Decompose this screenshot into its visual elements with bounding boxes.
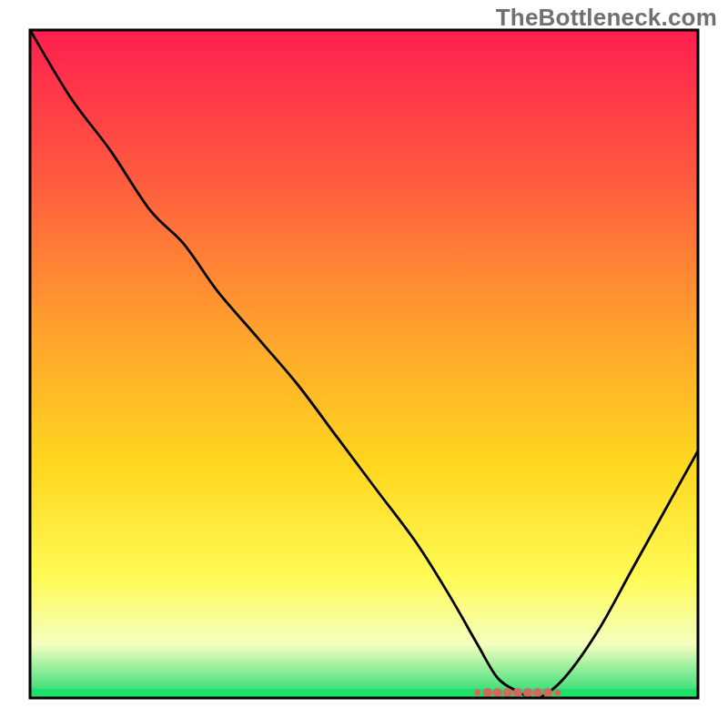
optimal-marker-dot [493,688,502,697]
optimal-marker-dot [554,690,561,696]
optimal-marker-dot [513,688,522,697]
optimal-marker-dot [523,688,532,697]
optimal-marker-dot [503,688,512,697]
chart-svg [0,0,728,728]
optimal-marker-dot [483,688,492,697]
optimal-marker [474,688,561,697]
optimal-marker-dot [533,688,542,697]
watermark-text: TheBottleneck.com [496,4,717,32]
optimal-marker-dot [474,690,480,696]
gradient-background [30,30,698,698]
optimal-marker-dot [543,688,552,697]
